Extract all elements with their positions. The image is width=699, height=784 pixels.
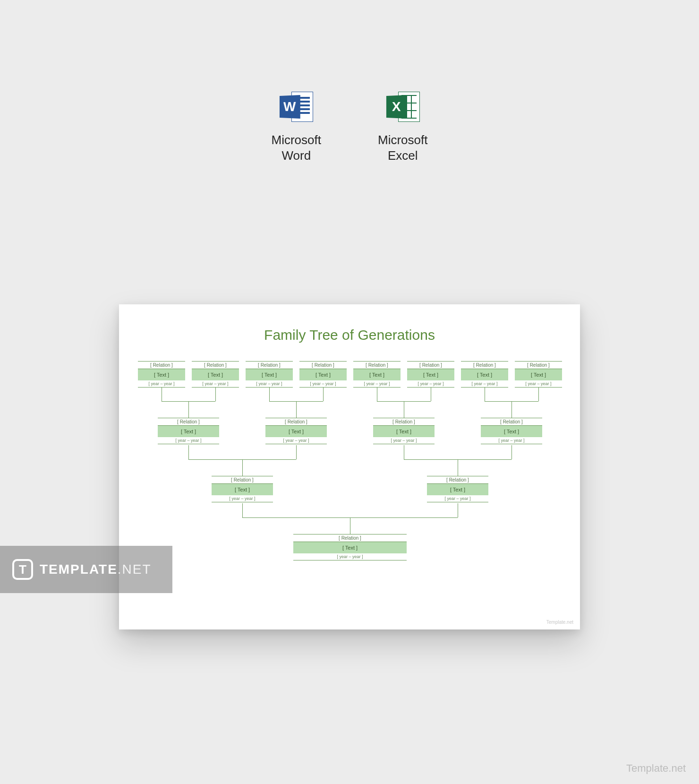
gen4-node: [ Relation ][ Text ][ year – year ] xyxy=(192,361,239,388)
app-icons-row: W Microsoft Word X Microsoft Excel xyxy=(0,90,699,163)
gen2-node: [ Relation ][ Text ][ year – year ] xyxy=(212,476,273,502)
gen3-node: [ Relation ][ Text ][ year – year ] xyxy=(265,418,327,444)
gen4-node: [ Relation ][ Text ][ year – year ] xyxy=(515,361,562,388)
gen4-node: [ Relation ][ Text ][ year – year ] xyxy=(299,361,347,388)
app-excel-label: Microsoft Excel xyxy=(378,132,427,163)
watermark-badge: T TEMPLATE.NET xyxy=(0,546,172,593)
preview-corner-watermark: Template.net xyxy=(546,620,573,625)
ms-word-icon: W xyxy=(279,90,313,124)
ms-excel-icon: X xyxy=(386,90,420,124)
gen4-node: [ Relation ][ Text ][ year – year ] xyxy=(138,361,185,388)
gen4-node: [ Relation ][ Text ][ year – year ] xyxy=(353,361,401,388)
template-preview[interactable]: Family Tree of Generations [ Relation ][… xyxy=(119,304,580,629)
page-corner-watermark: Template.net xyxy=(626,762,686,775)
gen3-node: [ Relation ][ Text ][ year – year ] xyxy=(158,418,219,444)
gen4-node: [ Relation ][ Text ][ year – year ] xyxy=(246,361,293,388)
gen2-node: [ Relation ][ Text ][ year – year ] xyxy=(427,476,488,502)
gen4-node: [ Relation ][ Text ][ year – year ] xyxy=(407,361,454,388)
app-word[interactable]: W Microsoft Word xyxy=(272,90,321,163)
gen3-node: [ Relation ][ Text ][ year – year ] xyxy=(481,418,542,444)
template-logo-icon: T xyxy=(12,559,33,580)
gen3-node: [ Relation ][ Text ][ year – year ] xyxy=(373,418,435,444)
family-tree-chart: [ Relation ][ Text ][ year – year ] [ Re… xyxy=(138,361,561,611)
watermark-text: TEMPLATE.NET xyxy=(40,562,152,577)
gen1-node: [ Relation ][ Text ][ year – year ] xyxy=(293,534,407,560)
preview-title: Family Tree of Generations xyxy=(119,327,580,343)
app-word-label: Microsoft Word xyxy=(272,132,321,163)
app-excel[interactable]: X Microsoft Excel xyxy=(378,90,427,163)
gen4-node: [ Relation ][ Text ][ year – year ] xyxy=(461,361,508,388)
